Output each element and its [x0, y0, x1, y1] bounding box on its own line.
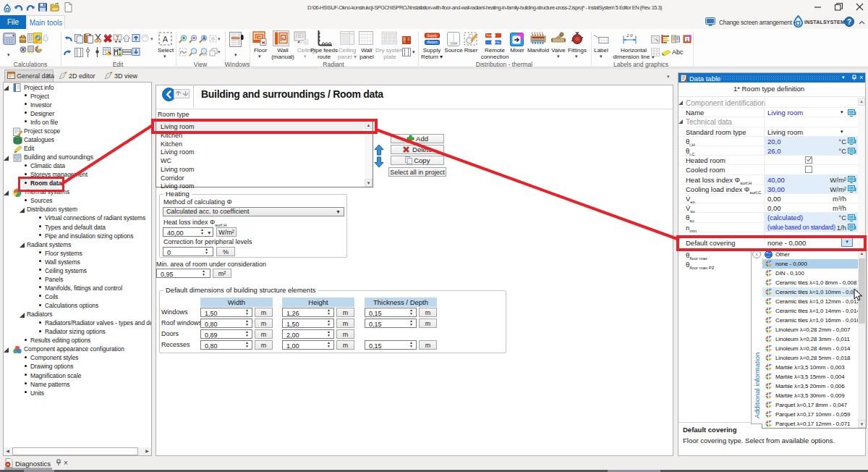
svg-text:Return: Return: [427, 41, 438, 44]
svg-text:2.0: 2.0: [626, 33, 633, 38]
svg-text:A: A: [203, 35, 206, 41]
svg-text:Sup: Sup: [486, 34, 490, 37]
svg-text:A: A: [163, 35, 169, 43]
svg-text:?: ?: [847, 18, 851, 26]
svg-text:Supply: Supply: [427, 34, 438, 38]
svg-text:Ret: Ret: [496, 41, 500, 44]
